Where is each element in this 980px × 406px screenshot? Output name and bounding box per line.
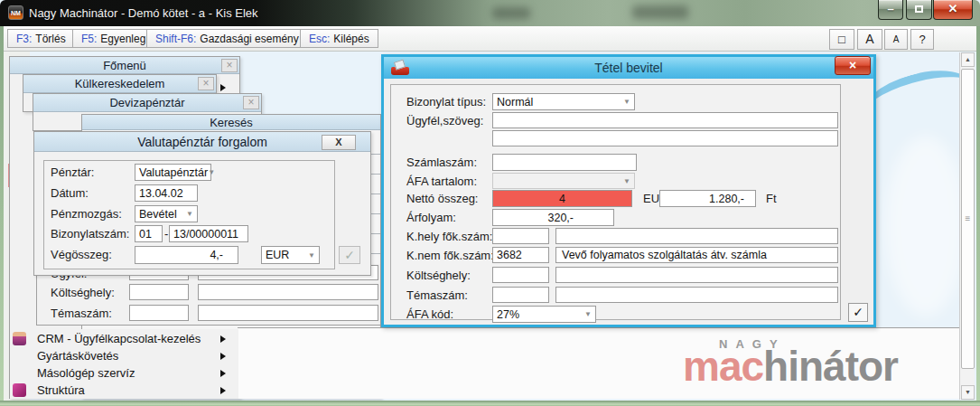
penzmozgas-label: Pénzmozgás: bbox=[51, 207, 122, 221]
resize-mode-button[interactable]: □ bbox=[829, 29, 854, 50]
dlg-koltseghely-label: Költséghely: bbox=[406, 269, 471, 282]
dlg-temaszam-name-input[interactable] bbox=[555, 287, 838, 303]
datum-label: Dátum: bbox=[51, 186, 89, 200]
menu-item-struktura[interactable]: Struktúra bbox=[10, 382, 238, 399]
crm-person-icon bbox=[13, 332, 26, 345]
dlg-koltseghely-name-input[interactable] bbox=[555, 267, 838, 283]
window-edge-bottom bbox=[0, 401, 980, 406]
vegosszeg-currency-combo[interactable]: EUR▼ bbox=[261, 246, 320, 264]
arfolyam-input[interactable]: 320,- bbox=[492, 209, 614, 226]
window-title: Nagy Machinátor - Demó kötet - a - Kis E… bbox=[29, 6, 258, 20]
help-button[interactable]: ? bbox=[910, 29, 934, 50]
ugyfel-szoveg-input[interactable] bbox=[492, 112, 838, 128]
devizapenztar-close-icon[interactable]: × bbox=[243, 96, 259, 109]
valuta-confirm-button[interactable]: ✓ bbox=[339, 246, 360, 264]
devizapenztar-titlebar[interactable]: Devizapénztár × bbox=[33, 94, 261, 112]
titlebar-smudge bbox=[632, 5, 688, 19]
kereses-titlebar[interactable]: Keresés bbox=[82, 115, 380, 130]
close-button[interactable]: ✕ bbox=[933, 0, 973, 20]
dlg-koltseghely-code-input[interactable] bbox=[492, 267, 549, 283]
temaszam-label: Témaszám: bbox=[51, 307, 112, 320]
kulkereskedelem-close-icon[interactable]: × bbox=[198, 77, 214, 90]
menu-item-gyartaskovetes[interactable]: Gyártáskövetés bbox=[10, 347, 238, 364]
main-titlebar[interactable]: NM Nagy Machinátor - Demó kötet - a - Ki… bbox=[0, 0, 980, 26]
delete-button[interactable]: F3: Törlés bbox=[7, 29, 75, 48]
koltseghely-name-input[interactable] bbox=[198, 284, 378, 300]
netto-converted-input[interactable]: 1.280,- bbox=[659, 190, 756, 207]
fomenu-close-icon[interactable]: × bbox=[221, 59, 238, 72]
bizonylatszam-input[interactable]: 13/00000011 bbox=[169, 225, 248, 242]
vegosszeg-input[interactable]: 4,- bbox=[135, 246, 238, 264]
dialog-tetel-bevitel: Tétel bevitel × Bizonylat típus: Normál▼… bbox=[381, 54, 876, 327]
datum-input[interactable]: 13.04.02 bbox=[135, 184, 198, 202]
afa-kod-label: ÁFA kód: bbox=[406, 307, 453, 321]
menu-item-masologep-szerviz[interactable]: Másológép szervíz bbox=[10, 364, 238, 382]
temaszam-code-input[interactable] bbox=[129, 305, 189, 321]
dialog-title: Tétel bevitel bbox=[594, 61, 662, 75]
netto-osszeg-input[interactable]: 4 bbox=[492, 190, 632, 207]
fomenu-items-panel: CRM - Ügyfélkapcsolat-kezelés Gyártásköv… bbox=[10, 329, 238, 399]
dlg-temaszam-code-input[interactable] bbox=[492, 287, 549, 303]
key-hint: Esc: bbox=[309, 33, 330, 45]
knem-code-input[interactable]: 3682 bbox=[492, 247, 549, 263]
penztar-label: Pénztár: bbox=[51, 165, 94, 179]
khely-name-input[interactable] bbox=[555, 228, 838, 244]
kereses-title: Keresés bbox=[210, 116, 253, 129]
vegosszeg-label: Végösszeg: bbox=[51, 248, 112, 261]
valuta-titlebar[interactable]: Valutapénztár forgalom bbox=[34, 132, 370, 152]
dialog-close-button[interactable]: × bbox=[835, 56, 871, 75]
kulkereskedelem-titlebar[interactable]: Külkereskedelem × bbox=[23, 75, 216, 93]
ugyfel-szoveg-input-2[interactable] bbox=[492, 130, 838, 146]
window-edge-left bbox=[0, 26, 4, 406]
knem-label: K.nem fők.szám: bbox=[406, 249, 494, 262]
minimize-button[interactable]: – bbox=[878, 0, 903, 20]
vertical-scrollbar[interactable]: ▲ ≡ ▼ bbox=[959, 52, 975, 400]
chevron-down-icon: ▼ bbox=[584, 310, 592, 318]
ugyfel-szoveg-label: Ügyfél,szöveg: bbox=[406, 114, 483, 127]
knem-name-input[interactable]: Vevő folyamatos szolgáltatás átv. számla bbox=[555, 247, 838, 263]
economic-event-button[interactable]: Shift-F6: Gazdasági esemény bbox=[146, 29, 308, 48]
submenu-arrow-icon bbox=[220, 353, 226, 360]
font-smaller-button[interactable]: A bbox=[884, 29, 908, 50]
afa-tartalom-combo[interactable]: ▼ bbox=[492, 173, 635, 189]
netto-osszeg-label: Nettó összeg: bbox=[406, 192, 479, 205]
chevron-down-icon: ▼ bbox=[623, 98, 630, 106]
dialog-confirm-button[interactable]: ✓ bbox=[848, 303, 868, 322]
afa-kod-combo[interactable]: 27%▼ bbox=[492, 306, 596, 323]
exit-button[interactable]: Esc: Kilépés bbox=[300, 29, 378, 48]
valuta-title: Valutapénztár forgalom bbox=[137, 135, 267, 149]
font-larger-button[interactable]: A bbox=[857, 29, 882, 50]
penzmozgas-combo[interactable]: Bevétel▼ bbox=[135, 205, 198, 222]
szamlaszam-label: Számlaszám: bbox=[406, 156, 477, 169]
khely-code-input[interactable] bbox=[492, 228, 549, 244]
bizonylatszam-separator: - bbox=[164, 227, 168, 241]
afa-tartalom-label: ÁFA tartalom: bbox=[406, 175, 477, 188]
bizonylat-tipus-combo[interactable]: Normál▼ bbox=[492, 93, 635, 110]
dlg-temaszam-label: Témaszám: bbox=[406, 288, 468, 302]
scroll-up-icon[interactable]: ▲ bbox=[961, 52, 975, 67]
key-hint: F3: bbox=[16, 33, 32, 45]
submenu-arrow-icon bbox=[220, 84, 226, 91]
chevron-down-icon: ▼ bbox=[208, 168, 215, 176]
scroll-down-icon[interactable]: ▼ bbox=[961, 385, 975, 400]
balance-button[interactable]: F5: Egyenleg bbox=[72, 29, 154, 48]
bizonylatszam-label: Bizonylatszám: bbox=[51, 227, 129, 241]
menu-item-crm[interactable]: CRM - Ügyfélkapcsolat-kezelés bbox=[10, 330, 238, 347]
fomenu-titlebar[interactable]: Főmenü × bbox=[10, 57, 239, 74]
temaszam-name-input[interactable] bbox=[198, 305, 378, 321]
fomenu-title: Főmenü bbox=[103, 59, 146, 72]
submenu-arrow-icon bbox=[220, 387, 226, 394]
bizonylatszam-prefix-input[interactable]: 01 bbox=[135, 225, 163, 242]
logo-main-text: machinátor bbox=[683, 342, 898, 391]
penztar-combo[interactable]: Valutapénztár▼ bbox=[135, 164, 211, 181]
item-entry-icon bbox=[391, 61, 409, 75]
struktura-cube-icon bbox=[13, 383, 26, 397]
scrollbar-thumb[interactable]: ≡ bbox=[961, 69, 975, 369]
dialog-titlebar[interactable]: Tétel bevitel × bbox=[384, 57, 873, 79]
szamlaszam-input[interactable] bbox=[492, 154, 637, 171]
maximize-button[interactable] bbox=[906, 0, 932, 20]
koltseghely-code-input[interactable] bbox=[129, 284, 189, 300]
valuta-close-button[interactable]: X bbox=[322, 135, 356, 150]
netto-unit-label: Ft bbox=[766, 192, 777, 205]
khely-label: K.hely fők.szám: bbox=[406, 230, 492, 243]
